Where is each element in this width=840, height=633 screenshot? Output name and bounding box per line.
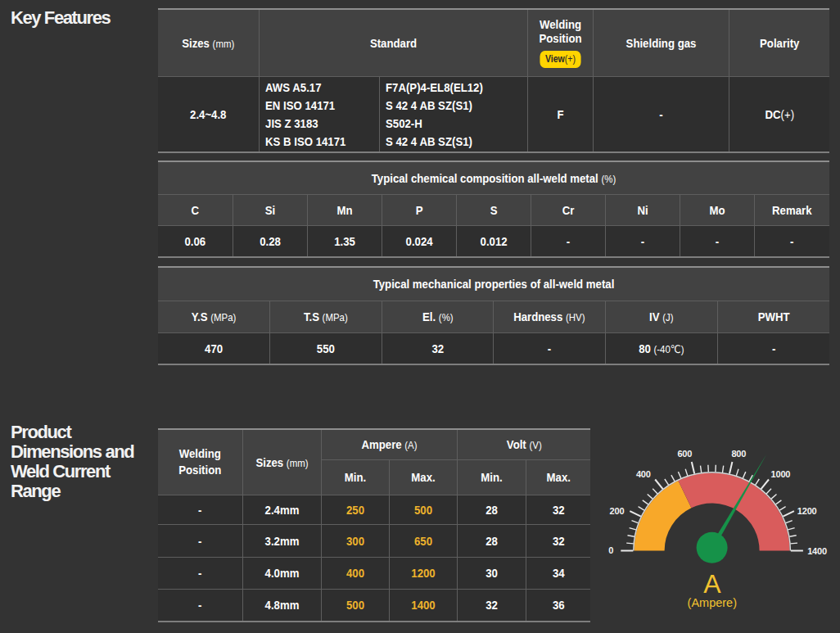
svg-text:200: 200 (610, 506, 625, 516)
svg-text:600: 600 (677, 449, 692, 459)
svg-text:1000: 1000 (771, 469, 791, 479)
svg-text:1400: 1400 (807, 546, 827, 556)
svg-text:(Ampere): (Ampere) (688, 596, 737, 609)
svg-text:A: A (703, 569, 721, 599)
svg-text:400: 400 (636, 469, 651, 479)
svg-text:0: 0 (608, 545, 613, 555)
svg-text:1200: 1200 (797, 506, 817, 516)
svg-text:800: 800 (731, 449, 746, 459)
